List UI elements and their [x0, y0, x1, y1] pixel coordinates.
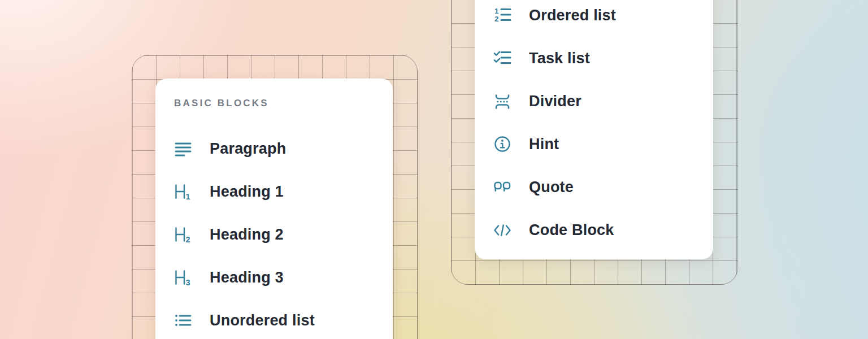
- code-block-icon: [493, 220, 512, 240]
- unordered-list-icon: [173, 311, 193, 330]
- menu-item-heading-2[interactable]: 2 Heading 2: [155, 213, 393, 256]
- quote-icon: [493, 177, 512, 197]
- section-label-basic-blocks: BASIC BLOCKS: [174, 98, 393, 109]
- menu-item-ordered-list[interactable]: 1 2Ordered list: [475, 0, 713, 37]
- menu-item-hint[interactable]: Hint: [475, 123, 713, 166]
- block-menu-card-more-blocks: 1 2Ordered list Task list Divider Hint Q…: [475, 0, 713, 259]
- basic-blocks-item-list: Paragraph 1 Heading 1 2 Heading 2 3 Head…: [155, 127, 393, 339]
- svg-text:1: 1: [494, 7, 499, 15]
- divider-icon: [493, 92, 512, 111]
- menu-item-label: Paragraph: [210, 140, 286, 158]
- more-blocks-item-list: 1 2Ordered list Task list Divider Hint Q…: [475, 0, 713, 251]
- menu-item-code-block[interactable]: Code Block: [475, 208, 713, 251]
- ordered-list-icon: 1 2: [493, 6, 512, 25]
- svg-text:2: 2: [186, 235, 190, 244]
- paragraph-icon: [173, 139, 193, 158]
- hint-icon: [493, 134, 512, 154]
- svg-text:3: 3: [186, 278, 190, 287]
- svg-text:2: 2: [494, 15, 499, 23]
- menu-item-label: Quote: [529, 179, 574, 196]
- menu-item-label: Unordered list: [210, 312, 315, 329]
- menu-item-label: Hint: [529, 136, 559, 153]
- svg-text:1: 1: [186, 192, 190, 201]
- menu-item-label: Heading 1: [210, 183, 284, 201]
- heading-1-icon: 1: [173, 182, 193, 201]
- heading-3-icon: 3: [173, 268, 193, 287]
- menu-item-task-list[interactable]: Task list: [475, 37, 713, 80]
- menu-item-unordered-list[interactable]: Unordered list: [155, 299, 393, 339]
- menu-item-heading-3[interactable]: 3 Heading 3: [155, 256, 393, 299]
- menu-item-label: Ordered list: [529, 7, 616, 24]
- menu-item-quote[interactable]: Quote: [475, 166, 713, 208]
- menu-item-divider[interactable]: Divider: [475, 80, 713, 123]
- heading-2-icon: 2: [173, 225, 193, 244]
- menu-item-label: Heading 3: [210, 269, 284, 286]
- menu-item-heading-1[interactable]: 1 Heading 1: [155, 170, 393, 213]
- menu-item-label: Task list: [529, 50, 590, 67]
- menu-item-label: Code Block: [529, 221, 614, 239]
- menu-item-paragraph[interactable]: Paragraph: [155, 127, 393, 170]
- task-list-icon: [493, 49, 512, 68]
- menu-item-label: Heading 2: [210, 226, 284, 244]
- menu-item-label: Divider: [529, 93, 581, 110]
- block-menu-card-basic-blocks: BASIC BLOCKS Paragraph 1 Heading 1 2 Hea…: [155, 79, 393, 339]
